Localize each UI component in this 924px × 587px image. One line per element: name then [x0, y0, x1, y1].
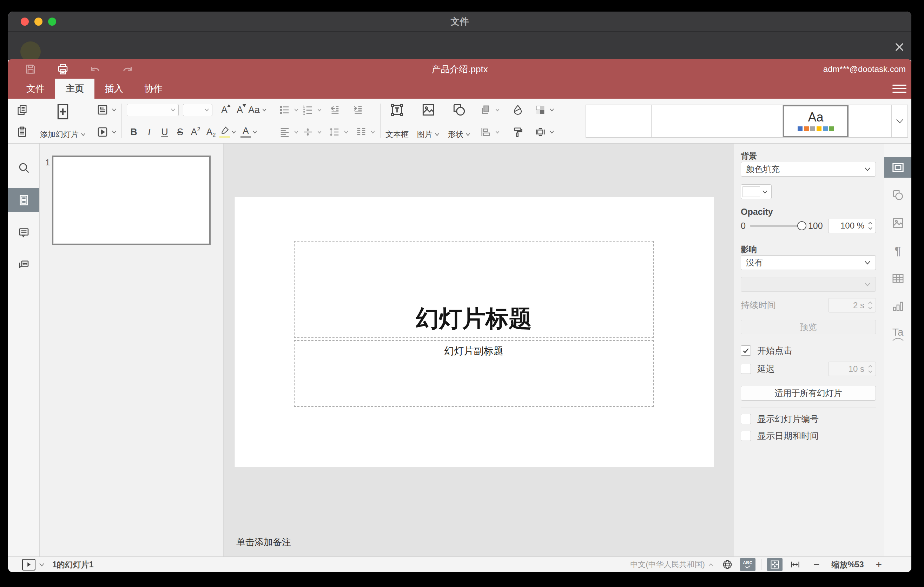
- opacity-slider[interactable]: [750, 225, 802, 227]
- spin-up-icon[interactable]: [868, 301, 873, 304]
- zoom-out-button[interactable]: −: [813, 559, 820, 571]
- save-icon[interactable]: [23, 62, 38, 76]
- textbox-button[interactable]: 文本框: [386, 129, 409, 140]
- apply-to-all-slides-button[interactable]: 适用于所有幻灯片: [741, 386, 876, 401]
- vertical-align-icon[interactable]: [300, 124, 315, 140]
- notes-area[interactable]: 单击添加备注: [224, 526, 734, 556]
- slide-settings-icon[interactable]: [884, 157, 911, 178]
- close-traffic-light[interactable]: [21, 18, 29, 26]
- chevron-down-icon[interactable]: [370, 130, 375, 134]
- background-color-button[interactable]: [741, 184, 772, 199]
- chevron-down-icon[interactable]: [39, 563, 45, 567]
- chevron-down-icon[interactable]: [317, 108, 322, 112]
- decrease-indent-icon[interactable]: [327, 102, 342, 118]
- redo-icon[interactable]: [120, 62, 134, 76]
- add-slide-button[interactable]: 添加幻灯片: [40, 129, 86, 140]
- highlight-color-button[interactable]: [219, 126, 230, 139]
- chevron-down-icon[interactable]: [317, 130, 322, 134]
- decrease-font-size-button[interactable]: A: [233, 102, 247, 118]
- copy-style-icon[interactable]: [510, 124, 526, 140]
- clear-style-icon[interactable]: [510, 102, 526, 118]
- bold-button[interactable]: B: [127, 124, 141, 140]
- spellcheck-icon[interactable]: ABC: [740, 558, 756, 571]
- font-size-select[interactable]: [183, 104, 213, 116]
- paste-icon[interactable]: [15, 124, 30, 140]
- shape-settings-icon[interactable]: [884, 185, 911, 205]
- tab-home[interactable]: 主页: [55, 79, 94, 99]
- start-slideshow-statusbar-icon[interactable]: [22, 559, 35, 571]
- insert-shape-icon[interactable]: [452, 102, 467, 118]
- theme-option-selected[interactable]: Aa: [783, 105, 848, 137]
- effect-select[interactable]: 没有: [741, 255, 876, 270]
- insert-image-button[interactable]: 图片: [417, 129, 439, 140]
- duration-spinner[interactable]: 2 s: [828, 298, 876, 312]
- chat-icon[interactable]: [8, 253, 39, 277]
- superscript-button[interactable]: A2: [188, 124, 203, 140]
- strikethrough-button[interactable]: S: [173, 124, 187, 140]
- change-layout-button[interactable]: [95, 102, 117, 118]
- slides-panel-icon[interactable]: [8, 188, 39, 212]
- align-shapes-button[interactable]: [478, 124, 500, 140]
- columns-icon[interactable]: [353, 124, 369, 140]
- fit-to-slide-icon[interactable]: [767, 558, 782, 571]
- insert-shape-button[interactable]: 形状: [448, 129, 470, 140]
- tab-insert[interactable]: 插入: [94, 79, 134, 99]
- close-icon[interactable]: [893, 40, 906, 54]
- chevron-down-icon[interactable]: [294, 108, 299, 112]
- slide-canvas[interactable]: 幻灯片标题 幻灯片副标题: [234, 197, 714, 467]
- globe-icon[interactable]: [720, 558, 735, 571]
- image-settings-icon[interactable]: [884, 213, 911, 233]
- title-placeholder[interactable]: 幻灯片标题: [294, 241, 654, 338]
- theme-option-1[interactable]: [586, 105, 652, 137]
- show-slide-number-checkbox[interactable]: [741, 414, 751, 424]
- background-fill-select[interactable]: 颜色填充: [741, 162, 876, 176]
- theme-option-3[interactable]: [717, 105, 783, 137]
- increase-indent-icon[interactable]: [350, 102, 365, 118]
- menu-icon[interactable]: [893, 82, 906, 95]
- chevron-down-icon[interactable]: [231, 130, 236, 134]
- numbering-icon[interactable]: [300, 102, 315, 118]
- italic-button[interactable]: I: [142, 124, 156, 140]
- delay-checkbox[interactable]: [741, 364, 751, 374]
- chevron-down-icon[interactable]: [344, 130, 348, 134]
- insert-image-icon[interactable]: [421, 102, 436, 118]
- font-name-select[interactable]: [127, 104, 179, 116]
- underline-button[interactable]: U: [158, 124, 172, 140]
- chevron-down-icon[interactable]: [549, 130, 554, 134]
- chevron-down-icon[interactable]: [252, 130, 257, 134]
- theme-gallery-expand-icon[interactable]: [891, 105, 908, 137]
- minimize-traffic-light[interactable]: [35, 18, 43, 26]
- bullets-icon[interactable]: [277, 102, 292, 118]
- spin-down-icon[interactable]: [868, 370, 873, 373]
- print-icon[interactable]: [56, 62, 70, 76]
- theme-option-2[interactable]: [652, 105, 717, 137]
- font-color-button[interactable]: A: [241, 126, 251, 139]
- subtitle-placeholder[interactable]: 幻灯片副标题: [294, 340, 654, 407]
- spin-up-icon[interactable]: [868, 365, 873, 368]
- tab-file[interactable]: 文件: [16, 79, 55, 99]
- language-selector[interactable]: 中文(中华人民共和国): [630, 559, 713, 570]
- search-icon[interactable]: [8, 156, 39, 180]
- slide-size-icon[interactable]: [533, 124, 548, 140]
- chart-settings-icon[interactable]: [884, 295, 911, 316]
- line-spacing-icon[interactable]: [327, 124, 342, 140]
- undo-icon[interactable]: [88, 62, 102, 76]
- preview-button[interactable]: 预览: [741, 320, 876, 334]
- textart-settings-icon[interactable]: Ta: [884, 323, 911, 344]
- copy-icon[interactable]: [15, 102, 30, 118]
- slide-thumbnail-1[interactable]: [52, 155, 211, 245]
- increase-font-size-button[interactable]: A: [217, 102, 231, 118]
- theme-option-5[interactable]: [848, 105, 891, 137]
- fill-color-icon[interactable]: [533, 102, 548, 118]
- maximize-traffic-light[interactable]: [48, 18, 56, 26]
- change-case-button[interactable]: Aa: [248, 105, 267, 115]
- textbox-icon[interactable]: [389, 102, 405, 118]
- paragraph-settings-icon[interactable]: ¶: [884, 240, 911, 261]
- chevron-down-icon[interactable]: [294, 130, 299, 134]
- spin-down-icon[interactable]: [868, 307, 873, 310]
- comments-icon[interactable]: [8, 221, 39, 244]
- opacity-spinner[interactable]: 100 %: [828, 219, 876, 233]
- show-date-checkbox[interactable]: [741, 431, 751, 441]
- add-slide-icon[interactable]: [53, 102, 72, 121]
- tab-collaborate[interactable]: 协作: [134, 79, 173, 99]
